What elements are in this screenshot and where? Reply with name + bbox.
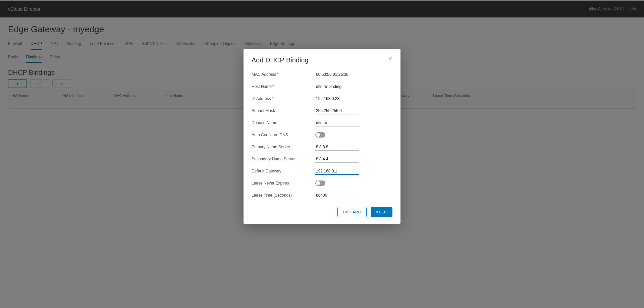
never-exp-toggle[interactable]	[315, 181, 325, 186]
modal-footer: DISCARD KEEP	[252, 207, 392, 217]
host-label: Host Name*	[252, 84, 315, 89]
primary-ns-input[interactable]	[315, 144, 359, 151]
gateway-label: Default Gateway	[252, 169, 315, 173]
autodns-label: Auto Configure DNS	[252, 133, 315, 137]
close-icon[interactable]: ✕	[388, 56, 392, 62]
secondary-ns-label: Secondary Name Server	[252, 157, 315, 161]
host-input[interactable]	[315, 83, 359, 90]
modal-title: Add DHCP Binding	[252, 56, 309, 64]
autodns-toggle[interactable]	[315, 132, 325, 138]
lease-label: Lease Time (Seconds)	[252, 193, 315, 198]
ip-label: IP Address*	[252, 96, 315, 101]
add-dhcp-binding-modal: Add DHCP Binding ✕ MAC Address* Host Nam…	[244, 49, 400, 224]
never-exp-label: Lease Never Expires	[252, 181, 315, 186]
ip-input[interactable]	[315, 95, 359, 102]
keep-button[interactable]: KEEP	[371, 207, 392, 217]
domain-input[interactable]	[315, 119, 359, 126]
lease-input[interactable]	[315, 192, 359, 199]
modal-backdrop: Add DHCP Binding ✕ MAC Address* Host Nam…	[0, 0, 644, 308]
modal-header: Add DHCP Binding ✕	[252, 56, 392, 64]
mac-input[interactable]	[315, 71, 359, 78]
domain-label: Domain Name	[252, 120, 315, 125]
mac-label: MAC Address*	[252, 72, 315, 77]
gateway-input[interactable]	[315, 168, 359, 175]
discard-button[interactable]: DISCARD	[337, 207, 367, 217]
secondary-ns-input[interactable]	[315, 156, 359, 163]
primary-ns-label: Primary Name Server	[252, 145, 315, 149]
subnet-label: Subnet Mask	[252, 108, 315, 113]
subnet-input[interactable]	[315, 107, 359, 114]
